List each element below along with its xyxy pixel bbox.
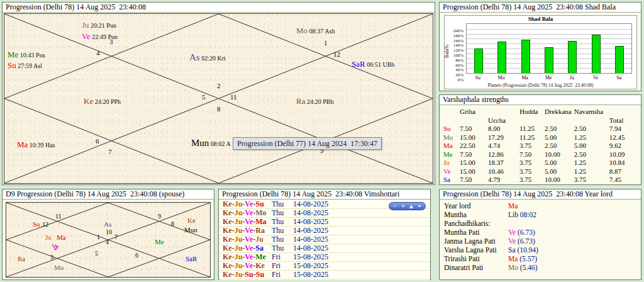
planet-name: Su: [8, 60, 16, 70]
dasha-lord: Ve: [245, 208, 253, 217]
strength-value: 1.25: [573, 159, 608, 167]
strength-value: 5.00: [573, 142, 608, 150]
dasha-lords: Ke-Ju-Ve-Mo: [223, 209, 272, 217]
header-row: UcchaTotal: [442, 116, 636, 125]
dasha-lord: Ju: [235, 200, 243, 208]
column-header: Uccha: [487, 116, 518, 125]
house-number-9: 9: [158, 213, 161, 220]
yearlord-row: Year lordMa: [440, 201, 641, 210]
yearlord-row: Janma Lagna PatiVe (6.73): [440, 237, 641, 245]
dasha-row[interactable]: Ke-Ju-Ve-MoThu14-08-2025: [219, 209, 430, 218]
column-header: [487, 108, 518, 116]
row-value: Ma (5.57): [508, 255, 537, 262]
planet-name: Mo: [54, 264, 64, 271]
rasi-chart[interactable]: Progression (Delhi 77) 14 Aug 2024 17:30…: [4, 13, 433, 184]
dasha-row[interactable]: Ke-Ju-Ve-KeFri15-08-2025: [219, 262, 430, 271]
yearlord-row: Muntha PatiVe (6.73): [440, 228, 641, 237]
value-text: (6.73): [516, 228, 535, 236]
house-number-5: 5: [202, 94, 206, 101]
up-level-button[interactable]: ▲: [408, 203, 415, 210]
options-button[interactable]: ✦: [416, 203, 423, 210]
value-planet: Ma: [508, 255, 518, 262]
dasha-lords: Ke-Ju-Ve-Me: [223, 253, 272, 261]
column-header: [442, 108, 458, 116]
shadbala-panel: Progression (Delhi 78) 14 Aug 2025 23:40…: [439, 2, 641, 91]
plot-area: [466, 23, 632, 74]
dasha-lord: Su: [255, 200, 264, 208]
expand-level-button[interactable]: +: [399, 203, 407, 210]
bar-ju: [568, 41, 577, 73]
strength-value: 10.00: [543, 150, 573, 159]
dasha-lords: Ke-Ju-Ve-Ke: [223, 262, 272, 270]
strength-value: 8.00: [487, 125, 518, 133]
row-label: Dinaratri Pati: [444, 263, 508, 272]
strength-value: 4.74: [487, 142, 518, 150]
planet-name: Ke: [84, 96, 93, 106]
dasha-date: 14-08-2025: [293, 226, 328, 235]
strength-row: Mo15.0017.2911.255.001.2512.45: [442, 133, 636, 142]
yearlord-row: Panchadhikaris:: [440, 219, 641, 228]
dasha-lord: Ke: [223, 226, 232, 235]
dasha-lord: Ju: [235, 235, 243, 244]
dasha-lord: Su: [256, 270, 264, 279]
strength-value: 15.00: [458, 167, 487, 176]
bar-su: [474, 48, 483, 73]
dasha-row[interactable]: Ke-Ju-Ve-SaThu14-08-2025: [219, 244, 430, 253]
dasha-row[interactable]: Ke-Ju-Su-SuFri15-08-2025: [219, 271, 430, 279]
strength-value: 3.75: [518, 159, 543, 167]
shadbala-chart[interactable]: Shad Bala Bala% 0%20%40%60%80%100%120%14…: [444, 15, 637, 89]
bar-me: [545, 47, 553, 73]
planet-name: SaR: [352, 59, 365, 69]
yearlord-row: MunthaLib 08:02: [440, 210, 641, 219]
strength-value: 4.79: [487, 176, 518, 184]
bar-sa: [615, 46, 624, 73]
y-tick-label: 120%: [453, 48, 464, 53]
planet-name: Su: [33, 220, 40, 228]
row-label: Muntha Pati: [444, 228, 508, 237]
strength-value: 10.00: [543, 176, 573, 184]
planet-degree: 08:37 Ash: [308, 28, 335, 35]
navamsa-chart[interactable]: SuAsKeMunJuMaVeMeRaMoSaR111298101472356: [6, 202, 211, 278]
x-tick-label-ve: Ve: [584, 75, 607, 81]
planet-label-me: Me: [155, 236, 164, 246]
y-tick-label: 80%: [455, 59, 464, 63]
tooltip: Progression (Delhi 77) 14 Aug 2024 17:30…: [233, 137, 382, 150]
strength-value: 5.00: [543, 133, 573, 142]
dasha-weekday: Thu: [272, 227, 293, 235]
planet-degree: 24:20 PPh: [93, 98, 121, 105]
house-number-10: 10: [106, 229, 112, 235]
column-header: [573, 116, 608, 125]
strength-value: 9.62: [608, 142, 636, 150]
house-number-2: 2: [217, 82, 221, 89]
dasha-lord: Ju: [235, 261, 243, 270]
gridline: [467, 34, 631, 35]
x-tick-label-me: Me: [536, 75, 560, 81]
dasha-row[interactable]: Ke-Ju-Ve-JuThu14-08-2025: [219, 235, 430, 244]
strength-value: 10.46: [487, 167, 518, 176]
column-header: [518, 116, 543, 125]
house-number-12: 12: [42, 222, 48, 228]
planet-label-ve: Ve 22:49 Pun: [82, 31, 118, 41]
value-planet: Ve: [508, 237, 516, 245]
dasha-lord: Ma: [255, 217, 266, 226]
dasha-lord: Ve: [245, 217, 253, 226]
y-tick-label: 140%: [453, 43, 464, 48]
dasha-lord: Ju: [235, 226, 243, 235]
dasha-date: 15-08-2025: [293, 270, 328, 279]
dasha-row[interactable]: Ke-Ju-Ve-MaThu14-08-2025: [219, 218, 430, 227]
dasha-row[interactable]: Ke-Ju-Ve-MeFri15-08-2025: [219, 253, 430, 262]
planet-degree: 22:49 Pun: [91, 33, 118, 40]
dasha-lord: Mo: [255, 208, 266, 217]
strength-row: Ju15.0018.373.755.001.2510.84: [442, 159, 636, 167]
planet-label-ju: Ju: [45, 232, 52, 242]
dasha-row[interactable]: Ke-Ju-Ve-RaThu14-08-2025: [219, 227, 430, 235]
y-tick-label: 0%: [458, 78, 464, 82]
north-indian-chart-lines: [4, 14, 433, 183]
x-tick-label-ju: Ju: [560, 75, 584, 81]
collapse-level-button[interactable]: −: [391, 203, 399, 210]
dasha-date: 15-08-2025: [293, 261, 328, 270]
main-chart-title: Progression (Delhi 78) 14 Aug 2025 23:40…: [3, 3, 435, 13]
strength-value: 3.75: [518, 176, 543, 184]
dasha-lord: Ve: [245, 235, 253, 244]
gridline: [467, 29, 631, 30]
